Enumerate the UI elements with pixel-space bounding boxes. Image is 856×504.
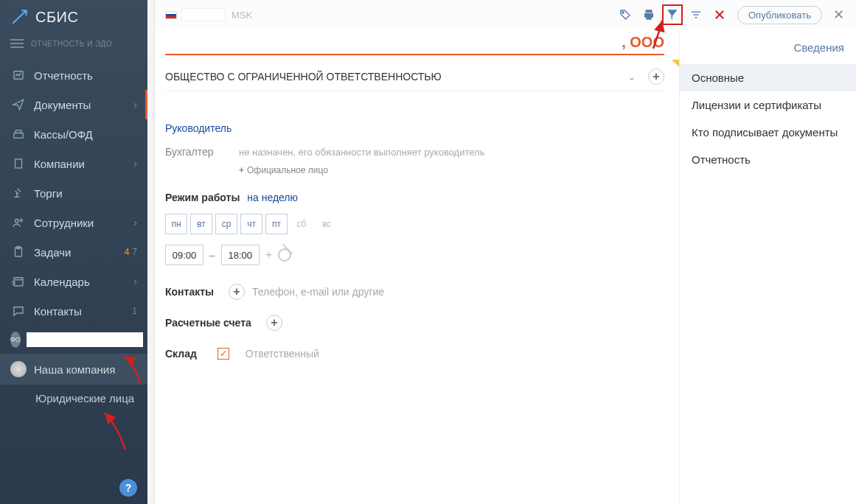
delete-icon[interactable]: [709, 4, 730, 25]
full-name-row: ОБЩЕСТВО С ОГРАНИЧЕННОЙ ОТВЕТСТВЕННОСТЬЮ…: [165, 63, 664, 91]
chevron-right-icon: ›: [133, 99, 137, 111]
nav-label: Отчетность: [34, 69, 137, 82]
user-avatar[interactable]: ФО: [10, 332, 21, 348]
accountant-label: Бухгалтер: [165, 146, 239, 158]
sidebar-header: СБИС: [0, 0, 147, 32]
help-button[interactable]: ?: [119, 479, 137, 497]
topbar: MSK Опубликовать ✕: [155, 0, 856, 29]
nav-our-company[interactable]: Наша компания: [0, 354, 147, 385]
nav-companies[interactable]: Компании ›: [0, 149, 147, 178]
day-mon[interactable]: пн: [165, 214, 187, 234]
tag-icon[interactable]: [615, 4, 636, 25]
nav-tasks[interactable]: Задачи 4 7: [0, 237, 147, 267]
day-thu[interactable]: чт: [240, 214, 262, 234]
nav-label: Юридические лица: [35, 392, 137, 405]
side-item-signers[interactable]: Кто подписывает документы: [680, 119, 856, 146]
nav-legal-entities[interactable]: Юридические лица: [0, 385, 147, 412]
company-name-row[interactable]: , ООО: [165, 29, 664, 55]
chevron-down-icon[interactable]: ⌄: [623, 71, 641, 83]
weekdays-row: пн вт ср чт пт сб вс: [165, 214, 664, 234]
print-icon[interactable]: [638, 4, 659, 25]
nav-label: Наша компания: [34, 363, 137, 376]
chat-icon: [10, 304, 27, 318]
side-panel-title[interactable]: Сведения: [680, 37, 856, 64]
globe-icon: [10, 361, 27, 377]
vertical-divider: [147, 0, 155, 504]
side-item-licenses[interactable]: Лицензии и сертификаты: [680, 91, 856, 119]
nav-reports[interactable]: Отчетность: [0, 60, 147, 90]
sklad-checkbox[interactable]: ✓: [218, 348, 229, 360]
contacts-placeholder[interactable]: Телефон, e-mail или другие: [252, 286, 384, 298]
full-name[interactable]: ОБЩЕСТВО С ОГРАНИЧЕННОЙ ОТВЕТСТВЕННОСТЬЮ: [165, 71, 623, 83]
contacts-title: Контакты: [165, 286, 214, 298]
building-icon: [10, 156, 27, 171]
time-from-input[interactable]: [165, 245, 203, 265]
nav-label: Контакты: [34, 305, 132, 318]
nav-documents[interactable]: Документы ›: [0, 90, 147, 119]
body-row: , ООО ОБЩЕСТВО С ОГРАНИЧЕННОЙ ОТВЕТСТВЕН…: [155, 29, 856, 504]
region-box[interactable]: [181, 8, 226, 21]
cashbox-icon: [10, 127, 27, 141]
schedule-link[interactable]: на неделю: [247, 192, 298, 203]
day-wed[interactable]: ср: [215, 214, 237, 234]
add-button[interactable]: +: [648, 69, 664, 85]
side-item-reports[interactable]: Отчетность: [680, 146, 856, 173]
svg-point-12: [622, 12, 624, 13]
sidebar: СБИС ОТЧЕТНОСТЬ И ЭДО Отчетность Докумен…: [0, 0, 147, 504]
chevron-right-icon: ›: [133, 158, 137, 169]
nav-cashboxes[interactable]: Кассы/ОФД: [0, 119, 147, 149]
report-icon: [10, 68, 27, 83]
accountant-placeholder[interactable]: не назначен, его обязанности выполняет р…: [239, 147, 484, 158]
filter-icon[interactable]: [686, 4, 706, 25]
people-icon: [10, 215, 27, 230]
accounts-section: Расчетные счета +: [165, 311, 664, 335]
publish-button[interactable]: Опубликовать: [737, 6, 822, 24]
nav-label: Компании: [34, 158, 133, 170]
badge-new: 4: [125, 247, 130, 257]
content: MSK Опубликовать ✕ , ООО ОБЩЕСТВО С ОГРА…: [155, 0, 856, 504]
close-button[interactable]: ✕: [828, 4, 849, 25]
schedule-title: Режим работы: [165, 192, 240, 203]
svg-point-6: [15, 220, 19, 223]
sklad-value[interactable]: Ответственный: [246, 348, 319, 360]
svg-rect-1: [14, 133, 23, 139]
svg-rect-2: [15, 130, 21, 133]
nav-calendar[interactable]: 9 Календарь ›: [0, 267, 147, 296]
day-sat[interactable]: сб: [290, 214, 313, 234]
day-tue[interactable]: вт: [190, 214, 212, 234]
timezone-label: MSK: [232, 10, 252, 21]
add-time-icon[interactable]: +: [265, 248, 272, 262]
dash: –: [209, 249, 215, 261]
time-to-input[interactable]: [221, 245, 260, 265]
nav-contacts[interactable]: Контакты 1: [0, 296, 147, 326]
chevron-right-icon: ›: [133, 217, 137, 228]
add-account-button[interactable]: +: [266, 315, 282, 331]
day-sun[interactable]: вс: [316, 214, 338, 234]
no-break-icon[interactable]: [278, 248, 291, 262]
add-official-button[interactable]: + Официальное лицо: [239, 164, 664, 181]
nav-label: Задачи: [34, 246, 125, 259]
side-item-main[interactable]: Основные: [680, 64, 856, 91]
leader-label[interactable]: Руководитель: [165, 122, 239, 134]
nav-staff[interactable]: Сотрудники ›: [0, 208, 147, 237]
time-row: – +: [165, 245, 664, 265]
nav-label: Документы: [34, 99, 133, 111]
svg-rect-3: [15, 159, 22, 168]
leader-row: Руководитель: [165, 116, 664, 140]
day-fri[interactable]: пт: [265, 214, 288, 234]
sidebar-search-input[interactable]: [27, 332, 143, 347]
add-contact-button[interactable]: +: [229, 284, 245, 300]
svg-point-7: [20, 220, 22, 222]
app-title: СБИС: [35, 9, 78, 26]
form-area: , ООО ОБЩЕСТВО С ОГРАНИЧЕННОЙ ОТВЕТСТВЕН…: [155, 29, 679, 504]
chevron-right-icon: ›: [133, 276, 137, 287]
flag-ru-icon: [165, 11, 177, 19]
nav-tenders[interactable]: Торги: [0, 178, 147, 208]
menu-icon[interactable]: [10, 37, 24, 50]
nav-label: Кассы/ОФД: [34, 128, 137, 141]
send-to-icon[interactable]: [662, 4, 683, 25]
sidebar-search-row: ФО: [0, 326, 147, 354]
badge-count: 1: [132, 306, 137, 316]
main-area: MSK Опубликовать ✕ , ООО ОБЩЕСТВО С ОГРА…: [147, 0, 856, 504]
badge-total: 7: [132, 247, 137, 257]
